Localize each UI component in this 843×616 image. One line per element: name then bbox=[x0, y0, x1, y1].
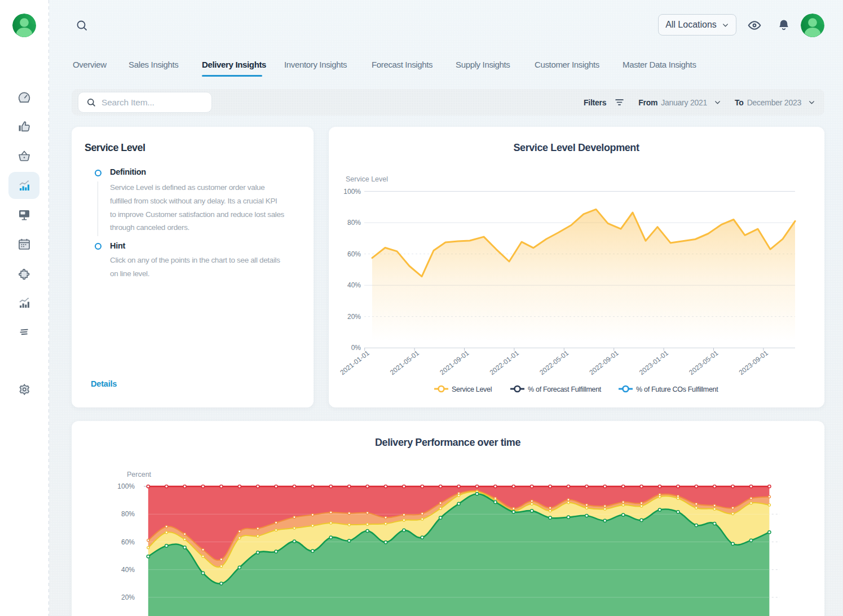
svg-text:Service Level: Service Level bbox=[346, 175, 388, 183]
svg-text:0%: 0% bbox=[351, 344, 361, 352]
svg-text:2021-09-01: 2021-09-01 bbox=[438, 349, 470, 376]
svg-text:100%: 100% bbox=[343, 188, 361, 196]
svg-text:20%: 20% bbox=[347, 313, 361, 321]
svg-text:% of Forecast Fulfillment: % of Forecast Fulfillment bbox=[528, 385, 602, 393]
svg-text:Service Level: Service Level bbox=[452, 385, 492, 393]
svg-text:40%: 40% bbox=[121, 566, 135, 574]
svg-text:% of Future COs Fulfillment: % of Future COs Fulfillment bbox=[636, 385, 718, 393]
svg-text:100%: 100% bbox=[117, 482, 135, 490]
svg-text:2021-01-01: 2021-01-01 bbox=[339, 349, 371, 376]
svg-text:80%: 80% bbox=[347, 219, 361, 227]
svg-text:60%: 60% bbox=[347, 250, 361, 258]
svg-text:80%: 80% bbox=[121, 510, 135, 518]
svg-text:2023-05-01: 2023-05-01 bbox=[687, 349, 720, 376]
svg-text:60%: 60% bbox=[121, 538, 135, 546]
svg-text:2022-01-01: 2022-01-01 bbox=[488, 349, 520, 376]
svg-text:2021-05-01: 2021-05-01 bbox=[389, 349, 421, 376]
svg-text:Delivery Performance over time: Delivery Performance over time bbox=[375, 437, 521, 448]
svg-text:20%: 20% bbox=[121, 593, 135, 601]
svg-text:2022-05-01: 2022-05-01 bbox=[538, 349, 570, 376]
svg-text:40%: 40% bbox=[347, 281, 361, 289]
svg-text:Service Level Development: Service Level Development bbox=[513, 142, 639, 153]
svg-text:2023-09-01: 2023-09-01 bbox=[738, 349, 770, 376]
svg-text:2022-09-01: 2022-09-01 bbox=[588, 349, 620, 376]
svg-text:2023-01-01: 2023-01-01 bbox=[638, 349, 670, 376]
svg-text:Percent: Percent bbox=[127, 471, 152, 478]
